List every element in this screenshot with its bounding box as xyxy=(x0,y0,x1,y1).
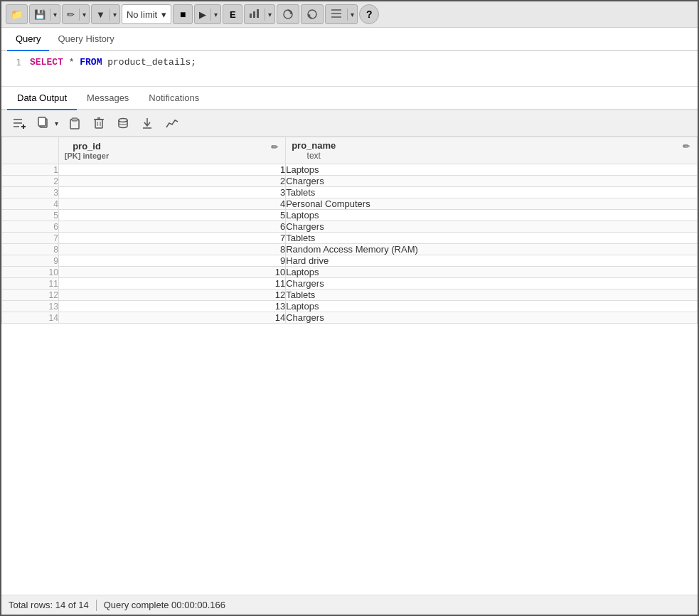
td-pro-name: Laptops xyxy=(286,164,698,176)
sql-table: product_details; xyxy=(107,57,196,68)
delete-button[interactable] xyxy=(88,113,110,133)
svg-rect-19 xyxy=(95,120,102,128)
table-row[interactable]: 77Tablets xyxy=(2,233,698,244)
td-pro-id: 14 xyxy=(58,312,285,324)
filter-dropdown[interactable]: ▼ ▾ xyxy=(91,4,120,24)
open-button[interactable]: 📁 xyxy=(6,4,28,24)
table-row[interactable]: 22Chargers xyxy=(2,176,698,187)
td-pro-id: 4 xyxy=(58,198,285,210)
sql-code[interactable]: SELECT * FROM product_details; xyxy=(30,55,196,82)
td-pro-name: Hard drive xyxy=(286,255,698,267)
download-button[interactable] xyxy=(137,113,158,133)
line-number: 1 xyxy=(1,55,30,82)
td-pro-name: Laptops xyxy=(286,301,698,312)
td-row-num: 9 xyxy=(2,255,59,267)
td-pro-name: Tablets xyxy=(286,187,698,198)
td-row-num: 12 xyxy=(2,290,59,301)
col-pro-id-edit-icon[interactable]: ✏ xyxy=(270,141,279,154)
scratch-button[interactable] xyxy=(277,4,299,24)
td-pro-name: Chargers xyxy=(286,312,698,324)
data-table-container: pro_id [PK] integer ✏ pro_name text xyxy=(1,137,698,595)
col-pro-name-type: text xyxy=(292,151,336,161)
edit-arrow-icon: ▾ xyxy=(79,9,89,21)
col-header-pro-id: pro_id [PK] integer ✏ xyxy=(58,137,285,164)
add-row-button[interactable] xyxy=(7,113,31,133)
td-pro-name: Laptops xyxy=(286,267,698,278)
table-row[interactable]: 1414Chargers xyxy=(2,312,698,324)
table-row[interactable]: 1111Chargers xyxy=(2,278,698,290)
td-pro-id: 8 xyxy=(58,244,285,255)
col-pro-name-edit-icon[interactable]: ✏ xyxy=(681,140,691,153)
stop-button[interactable]: ■ xyxy=(173,4,193,24)
td-pro-id: 3 xyxy=(58,187,285,198)
table-row[interactable]: 33Tablets xyxy=(2,187,698,198)
scratch2-button[interactable] xyxy=(301,4,324,24)
chart-icon xyxy=(245,6,265,23)
no-limit-label: No limit xyxy=(127,9,157,20)
td-pro-name: Tablets xyxy=(286,290,698,301)
td-row-num: 7 xyxy=(2,233,59,244)
run-dropdown[interactable]: ▶ ▾ xyxy=(194,4,221,24)
col-pro-id-pk: [PK] integer xyxy=(65,152,109,160)
main-toolbar: 📁 💾 ▾ ✏ ▾ ▼ ▾ No limit ▾ ■ ▶ ▾ E xyxy=(1,1,698,28)
list-dropdown[interactable]: ▾ xyxy=(325,4,358,24)
td-pro-name: Laptops xyxy=(286,210,698,221)
table-row[interactable]: 99Hard drive xyxy=(2,255,698,267)
table-row[interactable]: 66Chargers xyxy=(2,221,698,233)
td-pro-name: Chargers xyxy=(286,221,698,233)
total-rows-status: Total rows: 14 of 14 xyxy=(9,598,96,612)
svg-point-5 xyxy=(308,10,316,18)
tab-messages[interactable]: Messages xyxy=(77,87,139,110)
td-pro-name: Personal Computers xyxy=(286,198,698,210)
td-pro-id: 12 xyxy=(58,290,285,301)
td-row-num: 5 xyxy=(2,210,59,221)
td-pro-id: 1 xyxy=(58,164,285,176)
table-row[interactable]: 44Personal Computers xyxy=(2,198,698,210)
copy-dropdown[interactable]: ▾ xyxy=(33,113,61,133)
td-pro-name: Random Access Memory (RAM) xyxy=(286,244,698,255)
run-icon: ▶ xyxy=(195,7,210,22)
td-pro-name: Chargers xyxy=(286,278,698,290)
col-header-pro-name: pro_name text ✏ xyxy=(286,137,698,164)
edit-dropdown[interactable]: ✏ ▾ xyxy=(62,4,90,24)
td-row-num: 4 xyxy=(2,198,59,210)
td-pro-id: 2 xyxy=(58,176,285,187)
sql-star: * xyxy=(69,57,80,68)
chart-dropdown[interactable]: ▾ xyxy=(244,4,275,24)
table-row[interactable]: 1313Laptops xyxy=(2,301,698,312)
svg-rect-1 xyxy=(253,11,255,18)
svg-rect-18 xyxy=(72,118,78,121)
query-tab-bar: Query Query History xyxy=(1,28,698,51)
td-pro-name: Chargers xyxy=(286,176,698,187)
output-tab-bar: Data Output Messages Notifications xyxy=(1,87,698,110)
sql-editor[interactable]: 1 SELECT * FROM product_details; xyxy=(1,51,698,87)
svg-point-3 xyxy=(284,10,292,18)
save-dropdown[interactable]: 💾 ▾ xyxy=(29,4,60,24)
help-button[interactable]: ? xyxy=(359,4,379,24)
db-button[interactable] xyxy=(112,113,134,133)
graph-button[interactable] xyxy=(160,113,184,133)
svg-rect-2 xyxy=(257,9,259,18)
table-row[interactable]: 1212Tablets xyxy=(2,290,698,301)
table-row[interactable]: 11Laptops xyxy=(2,164,698,176)
tab-query[interactable]: Query xyxy=(7,28,49,51)
td-pro-id: 6 xyxy=(58,221,285,233)
no-limit-select[interactable]: No limit ▾ xyxy=(122,4,171,24)
svg-rect-0 xyxy=(250,14,252,18)
td-row-num: 11 xyxy=(2,278,59,290)
query-complete-status: Query complete 00:00:00.166 xyxy=(104,598,233,612)
copy-arrow-icon: ▾ xyxy=(53,117,60,129)
paste-button[interactable] xyxy=(63,113,86,133)
table-row[interactable]: 88Random Access Memory (RAM) xyxy=(2,244,698,255)
save-icon: 💾 xyxy=(30,7,50,22)
table-row[interactable]: 55Laptops xyxy=(2,210,698,221)
td-pro-id: 13 xyxy=(58,301,285,312)
table-row[interactable]: 1010Laptops xyxy=(2,267,698,278)
tab-notifications[interactable]: Notifications xyxy=(139,87,209,110)
table-body: 11Laptops22Chargers33Tablets44Personal C… xyxy=(2,164,698,324)
tab-data-output[interactable]: Data Output xyxy=(7,87,77,110)
td-row-num: 13 xyxy=(2,301,59,312)
explain-button[interactable]: E xyxy=(223,4,242,24)
edit-icon: ✏ xyxy=(63,7,79,22)
tab-query-history[interactable]: Query History xyxy=(49,28,122,51)
